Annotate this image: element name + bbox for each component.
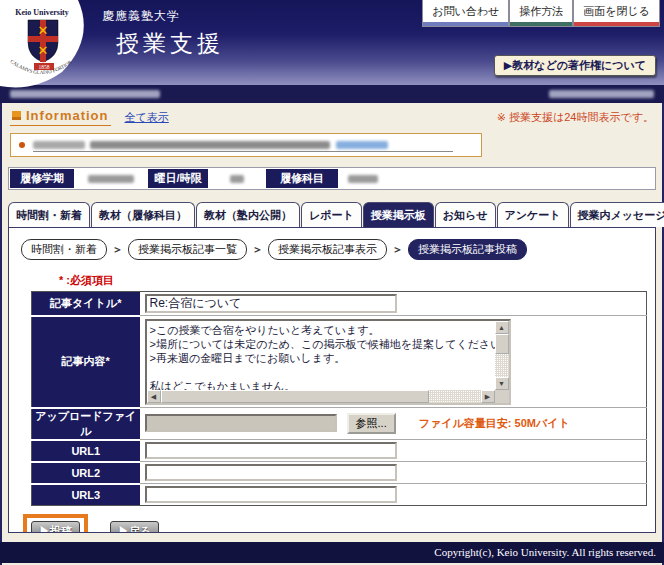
term-label: 履修学期 — [10, 169, 74, 188]
breadcrumb: 時間割・新着 ＞ 授業掲示板記事一覧 ＞ 授業掲示板記事表示 ＞ 授業掲示板記事… — [21, 239, 643, 260]
url1-label: URL1 — [32, 440, 140, 462]
announcement-underline — [33, 151, 453, 152]
redacted-day-value — [230, 175, 244, 183]
scroll-up-icon[interactable]: ▲ — [495, 321, 509, 334]
information-icon — [12, 111, 21, 120]
submit-button[interactable]: ▶投稿 — [31, 521, 80, 533]
course-info-bar: 履修学期 曜日/時限 履修科目 — [8, 167, 656, 190]
page-container: Keio University ✕ ✕ 1858 CALAMVS GLADIO … — [0, 0, 664, 565]
show-all-link[interactable]: 全て表示 — [125, 110, 169, 125]
footer-copyright: Copyright(c), Keio University. All right… — [434, 546, 656, 558]
content-panel: 時間割・新着 ＞ 授業掲示板記事一覧 ＞ 授業掲示板記事表示 ＞ 授業掲示板記事… — [8, 227, 656, 533]
horizontal-scroll-thumb[interactable] — [161, 390, 429, 403]
tab-class-message[interactable]: 授業内メッセージ — [570, 202, 664, 227]
redacted-announcement-text — [90, 141, 330, 149]
content-line — [150, 365, 494, 379]
upload-file-label: アップロードファイル — [32, 408, 140, 440]
close-screen-button-label: 画面を閉じる — [583, 5, 650, 17]
article-content-textarea[interactable]: >この授業で合宿をやりたいと考えています。 >場所については未定のため、この掲示… — [145, 319, 511, 405]
redacted-announcement-link[interactable] — [336, 141, 388, 149]
article-content-label: 記事内容* — [32, 316, 140, 408]
url1-cell — [140, 440, 647, 462]
materials-copyright-button[interactable]: ▶教材などの著作権について — [494, 55, 656, 76]
scroll-left-icon[interactable]: ◀ — [147, 390, 161, 403]
breadcrumb-item-board-view[interactable]: 授業掲示板記事表示 — [268, 239, 387, 260]
content-line: >この授業で合宿をやりたいと考えています。 — [150, 323, 494, 337]
upload-file-cell: 参照... ファイル容量目安: 50Mバイト — [140, 408, 647, 440]
tab-news[interactable]: お知らせ — [435, 202, 496, 227]
svg-text:✕: ✕ — [38, 43, 49, 58]
close-accent-bar — [574, 22, 659, 26]
page-title: 授業支援 — [116, 28, 224, 59]
redacted-user-name — [10, 90, 160, 98]
contact-button-label: お問い合わせ — [432, 5, 499, 17]
user-info-bar — [0, 85, 664, 103]
url1-row: URL1 — [32, 440, 647, 462]
scroll-down-icon[interactable]: ▼ — [495, 377, 509, 390]
url1-input[interactable] — [145, 442, 397, 459]
scrollbar-corner — [495, 390, 509, 403]
svg-text:✕: ✕ — [38, 23, 49, 38]
header: Keio University ✕ ✕ 1858 CALAMVS GLADIO … — [0, 0, 664, 85]
url3-cell — [140, 484, 647, 506]
horizontal-scrollbar[interactable]: ◀ ▶ — [147, 390, 495, 403]
svg-text:1858: 1858 — [39, 64, 50, 70]
url3-label: URL3 — [32, 484, 140, 506]
information-section: Information 全て表示 ※ 授業支援は24時間表示です。 — [0, 103, 664, 167]
announcement-bullet-icon — [19, 142, 25, 148]
breadcrumb-separator: ＞ — [392, 242, 403, 257]
day-period-label: 曜日/時限 — [148, 169, 208, 188]
information-header: Information — [10, 108, 111, 126]
content-line: >再来週の金曜日までにお願いします。 — [150, 351, 494, 365]
url3-row: URL3 — [32, 484, 647, 506]
highlighted-content-line: 私はどこでもかまいません。 — [147, 379, 296, 390]
contact-accent-bar — [423, 22, 508, 26]
file-size-hint: ファイル容量目安: 50Mバイト — [419, 417, 570, 429]
term-value — [74, 169, 148, 188]
browse-button[interactable]: 参照... — [347, 413, 396, 434]
breadcrumb-item-board-list[interactable]: 授業掲示板記事一覧 — [128, 239, 247, 260]
information-title: Information — [26, 108, 109, 123]
subject-label: 履修科目 — [266, 169, 338, 188]
breadcrumb-item-timetable[interactable]: 時間割・新着 — [21, 239, 107, 260]
contact-button[interactable]: お問い合わせ — [422, 0, 509, 27]
help-accent-bar — [510, 22, 572, 26]
vertical-scrollbar[interactable]: ▲ ▼ — [495, 321, 509, 390]
breadcrumb-separator: ＞ — [112, 242, 123, 257]
header-nav: お問い合わせ 操作方法 画面を閉じる — [422, 0, 660, 27]
support-hours-note: ※ 授業支援は24時間表示です。 — [497, 110, 654, 125]
required-fields-note: * :必須項目 — [59, 273, 643, 288]
tab-bar: 時間割・新着 教材（履修科目） 教材（塾内公開） レポート 授業掲示板 お知らせ… — [8, 202, 664, 227]
footer: Copyright(c), Keio University. All right… — [0, 542, 664, 563]
tab-timetable-new[interactable]: 時間割・新着 — [8, 202, 90, 227]
upload-file-row: アップロードファイル 参照... ファイル容量目安: 50Mバイト — [32, 408, 647, 440]
action-buttons: ▶投稿 ▶戻る — [23, 514, 643, 533]
redacted-subject-value — [348, 175, 378, 183]
upload-file-input[interactable] — [145, 414, 337, 432]
article-content-cell: >この授業で合宿をやりたいと考えています。 >場所については未定のため、この掲示… — [140, 316, 647, 408]
url2-input[interactable] — [145, 464, 397, 481]
back-button[interactable]: ▶戻る — [110, 521, 159, 533]
content-line: >場所については未定のため、この掲示板で候補地を提案してください。 — [150, 337, 494, 351]
help-button[interactable]: 操作方法 — [509, 0, 573, 27]
close-screen-button[interactable]: 画面を閉じる — [573, 0, 660, 27]
article-title-input[interactable] — [145, 294, 397, 313]
tab-materials-enrolled[interactable]: 教材（履修科目） — [91, 202, 195, 227]
tab-report[interactable]: レポート — [301, 202, 362, 227]
tab-class-board[interactable]: 授業掲示板 — [363, 202, 434, 227]
url2-label: URL2 — [32, 462, 140, 484]
article-content-row: 記事内容* >この授業で合宿をやりたいと考えています。 >場所については未定のた… — [32, 316, 647, 408]
university-name: 慶應義塾大学 — [102, 8, 180, 25]
svg-text:Keio University: Keio University — [15, 8, 69, 17]
url3-input[interactable] — [145, 486, 397, 503]
vertical-scroll-thumb[interactable] — [495, 334, 509, 354]
url2-row: URL2 — [32, 462, 647, 484]
announcement-box[interactable] — [10, 133, 482, 157]
help-button-label: 操作方法 — [519, 5, 563, 17]
tab-survey[interactable]: アンケート — [497, 202, 569, 227]
article-title-cell — [140, 292, 647, 316]
scroll-right-icon[interactable]: ▶ — [481, 390, 495, 403]
textarea-content: >この授業で合宿をやりたいと考えています。 >場所については未定のため、この掲示… — [147, 321, 495, 390]
article-title-row: 記事タイトル* — [32, 292, 647, 316]
tab-materials-public[interactable]: 教材（塾内公開） — [196, 202, 300, 227]
